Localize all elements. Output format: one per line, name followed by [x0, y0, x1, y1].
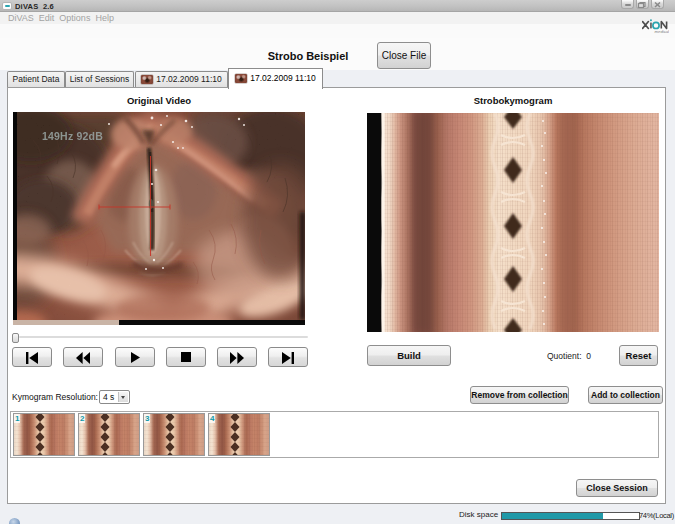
svg-text:149Hz 92dB: 149Hz 92dB — [42, 130, 103, 142]
svg-text:medical: medical — [655, 29, 669, 33]
